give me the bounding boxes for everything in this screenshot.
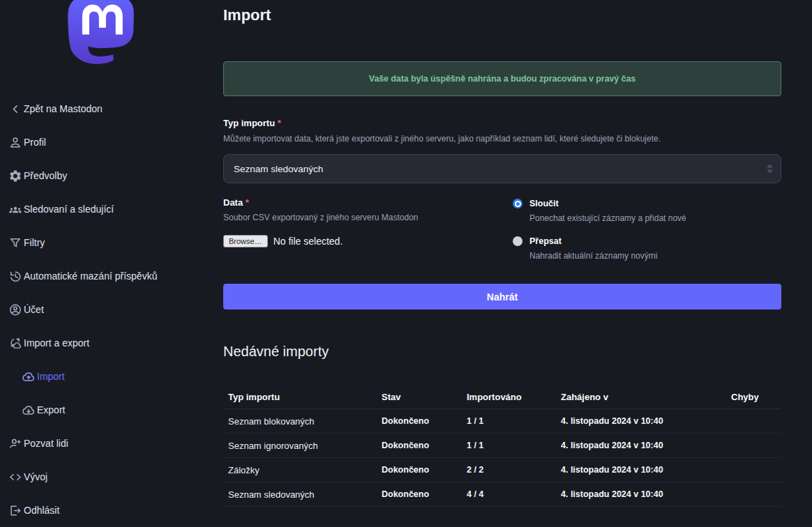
cell-imported: 2 / 2 — [467, 458, 483, 482]
sidebar-item-label: Profil — [24, 137, 46, 148]
sidebar-item-label: Automatické mazání příspěvků — [24, 270, 157, 282]
groups-icon — [8, 203, 22, 216]
sidebar-item-import-export[interactable]: Import a export — [0, 326, 223, 360]
column-header: Typ importu — [228, 387, 280, 408]
merge-radio[interactable] — [513, 199, 522, 208]
select-value: Seznam sledovaných — [234, 164, 323, 174]
table-row: Seznam ignorovaných Dokončeno 1 / 1 4. l… — [223, 434, 781, 458]
cell-imported: 1 / 1 — [467, 434, 483, 457]
table-row: Seznam blokovaných Dokončeno 1 / 1 4. li… — [223, 409, 781, 434]
cell-state: Dokončeno — [382, 434, 429, 457]
column-header: Importováno — [467, 387, 522, 408]
sidebar-item-import[interactable]: Import — [0, 360, 223, 393]
overwrite-label[interactable]: Přepsat — [529, 237, 562, 247]
cloud-sync-icon — [8, 337, 22, 350]
flash-success-banner: Vaše data byla úspěšně nahrána a budou z… — [223, 61, 781, 96]
cell-imported: 4 / 4 — [467, 482, 483, 506]
sidebar-item-filters[interactable]: Filtry — [0, 226, 223, 259]
sidebar-item-profile[interactable]: Profil — [0, 125, 223, 159]
sidebar-item-label: Sledovaní a sledující — [24, 204, 114, 215]
cell-type: Seznam ignorovaných — [228, 434, 318, 457]
table-row: Seznam sledovaných Dokončeno 4 / 4 4. li… — [223, 482, 781, 507]
sidebar-item-label: Předvolby — [24, 170, 67, 181]
cell-type: Seznam sledovaných — [228, 482, 315, 506]
select-arrows-icon — [766, 163, 774, 174]
sidebar-item-label: Import — [37, 371, 65, 382]
cell-started: 4. listopadu 2024 v 10:40 — [561, 434, 663, 457]
data-label: Data * — [223, 198, 249, 207]
sidebar-item-label: Pozvat lidi — [24, 438, 68, 449]
upload-button[interactable]: Nahrát — [223, 284, 781, 310]
sidebar-item-logout[interactable]: Odhlásit — [0, 494, 223, 527]
sidebar-item-preferences[interactable]: Předvolby — [0, 159, 223, 192]
browse-button[interactable]: Browse… — [223, 235, 268, 247]
cell-type: Seznam blokovaných — [228, 409, 315, 433]
cell-started: 4. listopadu 2024 v 10:40 — [561, 458, 663, 482]
cell-state: Dokončeno — [382, 458, 429, 482]
sidebar: Zpět na Mastodon Profil Předvolby Sledov… — [0, 0, 223, 527]
sidebar-item-label: Vývoj — [24, 471, 47, 482]
import-type-select[interactable]: Seznam sledovaných — [223, 154, 781, 183]
account-circle-icon — [8, 303, 22, 316]
sidebar-item-invite-people[interactable]: Pozvat lidi — [0, 427, 223, 460]
cell-started: 4. listopadu 2024 v 10:40 — [561, 482, 663, 506]
sidebar-item-label: Účet — [24, 304, 44, 315]
filter-icon — [8, 236, 22, 250]
cell-state: Dokončeno — [382, 482, 429, 506]
merge-label[interactable]: Sloučit — [529, 199, 559, 209]
person-icon — [8, 136, 22, 149]
history-icon — [8, 270, 22, 283]
file-status-text: No file selected. — [273, 236, 343, 247]
sidebar-item-export[interactable]: Export — [0, 393, 223, 427]
file-input: Browse… No file selected. — [223, 235, 343, 248]
sidebar-item-relationships[interactable]: Sledovaní a sledující — [0, 192, 223, 226]
import-type-hint: Můžete importovat data, která jste expor… — [223, 135, 661, 143]
person-add-icon — [8, 437, 22, 450]
sidebar-item-label: Export — [37, 404, 65, 415]
page-title: Import — [223, 8, 271, 23]
overwrite-radio[interactable] — [513, 236, 522, 246]
table-row: Záložky Dokončeno 2 / 2 4. listopadu 202… — [223, 458, 781, 482]
column-header: Zahájeno v — [561, 387, 608, 408]
mastodon-logo — [64, 0, 137, 64]
table-header-row: Typ importu Stav Importováno Zahájeno v … — [223, 387, 781, 409]
sidebar-item-account[interactable]: Účet — [0, 293, 223, 326]
column-header: Stav — [382, 387, 400, 408]
import-type-label: Typ importu * — [223, 119, 281, 128]
required-asterisk: * — [246, 197, 249, 208]
cell-type: Záložky — [228, 458, 260, 482]
cloud-download-icon — [22, 404, 36, 417]
code-icon — [8, 471, 22, 484]
sidebar-item-statuses-cleanup[interactable]: Automatické mazání příspěvků — [0, 259, 223, 293]
flash-message: Vaše data byla úspěšně nahrána a budou z… — [369, 74, 636, 84]
sidebar-item-label: Filtry — [24, 237, 45, 248]
chevron-left-icon — [8, 102, 22, 116]
content-area: Import Vaše data byla úspěšně nahrána a … — [223, 0, 781, 527]
sidebar-item-back-to-mastodon[interactable]: Zpět na Mastodon — [0, 92, 223, 125]
overwrite-hint: Nahradit aktuální záznamy novými — [529, 252, 657, 260]
logout-icon — [8, 504, 22, 517]
merge-hint: Ponechat existující záznamy a přidat nov… — [529, 214, 686, 222]
sidebar-item-label: Odhlásit — [24, 505, 59, 516]
gear-icon — [8, 169, 22, 183]
cell-imported: 1 / 1 — [467, 409, 483, 433]
cloud-upload-icon — [22, 370, 36, 383]
cell-state: Dokončeno — [382, 409, 429, 433]
data-hint: Soubor CSV exportovaný z jiného serveru … — [223, 213, 419, 222]
recent-imports-table: Typ importu Stav Importováno Zahájeno v … — [223, 387, 781, 507]
required-asterisk: * — [278, 118, 281, 128]
sidebar-item-label: Import a export — [24, 337, 89, 349]
sidebar-item-development[interactable]: Vývoj — [0, 460, 223, 494]
sidebar-item-label: Zpět na Mastodon — [24, 103, 103, 114]
cell-started: 4. listopadu 2024 v 10:40 — [561, 409, 663, 433]
column-header: Chyby — [731, 387, 759, 408]
recent-imports-title: Nedávné importy — [223, 344, 329, 358]
mastodon-settings-page: Zpět na Mastodon Profil Předvolby Sledov… — [0, 0, 812, 527]
